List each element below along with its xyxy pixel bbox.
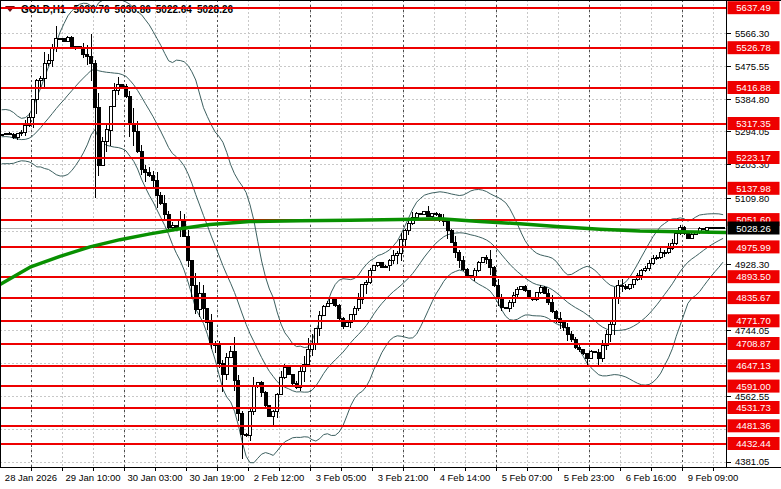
candle-up bbox=[477, 262, 480, 270]
candle-down bbox=[140, 151, 143, 169]
candle-up bbox=[714, 228, 717, 229]
candle-down bbox=[132, 124, 135, 131]
candle-down bbox=[555, 312, 558, 319]
level-price-badge-text: 5526.78 bbox=[736, 42, 770, 53]
level-price-badge-text: 4893.50 bbox=[736, 271, 770, 282]
candle-up bbox=[318, 315, 321, 329]
candle-up bbox=[43, 63, 46, 78]
candle-down bbox=[163, 203, 166, 214]
candle-down bbox=[721, 228, 724, 229]
candle-up bbox=[601, 346, 604, 358]
candle-up bbox=[39, 78, 42, 81]
candle-down bbox=[159, 196, 162, 203]
time-axis-label: 29 Jan 10:00 bbox=[66, 472, 121, 483]
candle-up bbox=[47, 60, 50, 63]
candle-up bbox=[481, 258, 484, 263]
candle-up bbox=[198, 294, 201, 309]
grid-layer bbox=[0, 0, 726, 467]
time-axis-label: 5 Feb 07:00 bbox=[502, 472, 553, 483]
candle-up bbox=[404, 230, 407, 239]
candle-up bbox=[314, 329, 317, 344]
candle-up bbox=[345, 322, 348, 326]
candle-up bbox=[652, 259, 655, 263]
level-price-badge-text: 5416.88 bbox=[736, 82, 770, 93]
price-axis-label: 5475.55 bbox=[735, 61, 769, 72]
candle-up bbox=[706, 228, 709, 230]
time-axis-label: 3 Feb 21:00 bbox=[378, 472, 429, 483]
candle-down bbox=[524, 286, 527, 291]
level-price-badge-text: 5137.98 bbox=[736, 183, 770, 194]
candle-up bbox=[516, 289, 519, 295]
candle-up bbox=[392, 255, 395, 260]
candle-down bbox=[551, 303, 554, 312]
chart-canvas[interactable]: GOLD,H15030.765030.865022.645028.26 5566… bbox=[0, 0, 781, 489]
candle-up bbox=[640, 270, 643, 275]
title-symbol-period: GOLD,H1 bbox=[21, 4, 66, 15]
candle-down bbox=[462, 261, 465, 270]
candle-up bbox=[373, 265, 376, 271]
candle-down bbox=[458, 252, 461, 260]
candle-down bbox=[446, 221, 449, 230]
candle-up bbox=[357, 300, 360, 309]
candle-down bbox=[570, 334, 573, 339]
candle-down bbox=[593, 351, 596, 352]
candle-up bbox=[16, 133, 19, 138]
candle-down bbox=[624, 287, 627, 289]
candle-down bbox=[566, 327, 569, 334]
candle-down bbox=[489, 260, 492, 268]
candle-up bbox=[407, 224, 410, 231]
candle-up bbox=[4, 133, 7, 134]
candle-down bbox=[710, 228, 713, 229]
level-price-badge-text: 4432.44 bbox=[736, 438, 770, 449]
candle-up bbox=[690, 234, 693, 238]
candle-down bbox=[419, 214, 422, 215]
candle-down bbox=[380, 263, 383, 268]
candle-down bbox=[245, 434, 248, 436]
candle-up bbox=[384, 266, 387, 267]
candle-up bbox=[512, 295, 515, 303]
candle-down bbox=[578, 347, 581, 349]
levels-layer bbox=[0, 8, 726, 444]
candle-down bbox=[59, 38, 62, 39]
candle-up bbox=[272, 412, 275, 417]
candle-down bbox=[702, 229, 705, 230]
candle-down bbox=[128, 96, 131, 124]
candle-up bbox=[431, 214, 434, 217]
moving-average-layer bbox=[0, 219, 726, 285]
candle-up bbox=[55, 38, 58, 47]
candle-up bbox=[109, 107, 112, 130]
candle-up bbox=[299, 371, 302, 387]
candle-up bbox=[535, 293, 538, 300]
title-high: 5030.86 bbox=[115, 4, 152, 15]
candle-down bbox=[152, 176, 155, 181]
candle-down bbox=[144, 169, 147, 172]
candle-down bbox=[497, 286, 500, 298]
candle-down bbox=[500, 297, 503, 307]
candle-up bbox=[249, 412, 252, 436]
candle-up bbox=[590, 351, 593, 358]
candle-up bbox=[655, 257, 658, 259]
time-axis-label: 30 Jan 19:00 bbox=[190, 472, 245, 483]
title-open: 5030.76 bbox=[73, 4, 110, 15]
candle-down bbox=[148, 173, 151, 176]
candle-up bbox=[113, 91, 116, 107]
candle-up bbox=[179, 220, 182, 228]
time-axis-label: 28 Jan 2026 bbox=[5, 472, 57, 483]
level-price-badge-text: 4771.70 bbox=[736, 315, 770, 326]
candle-down bbox=[94, 64, 97, 107]
candle-down bbox=[597, 353, 600, 359]
candle-up bbox=[667, 248, 670, 252]
candle-up bbox=[423, 211, 426, 214]
candle-down bbox=[136, 131, 139, 151]
candle-up bbox=[326, 303, 329, 306]
level-price-badge-text: 4531.73 bbox=[736, 402, 770, 413]
candle-down bbox=[90, 57, 93, 64]
candle-up bbox=[628, 285, 631, 289]
level-price-badge-text: 4835.67 bbox=[736, 292, 770, 303]
candle-down bbox=[291, 374, 294, 383]
candle-down bbox=[260, 383, 263, 393]
candle-up bbox=[24, 126, 27, 132]
candle-up bbox=[675, 234, 678, 243]
candle-down bbox=[241, 414, 244, 435]
candle-down bbox=[466, 270, 469, 276]
